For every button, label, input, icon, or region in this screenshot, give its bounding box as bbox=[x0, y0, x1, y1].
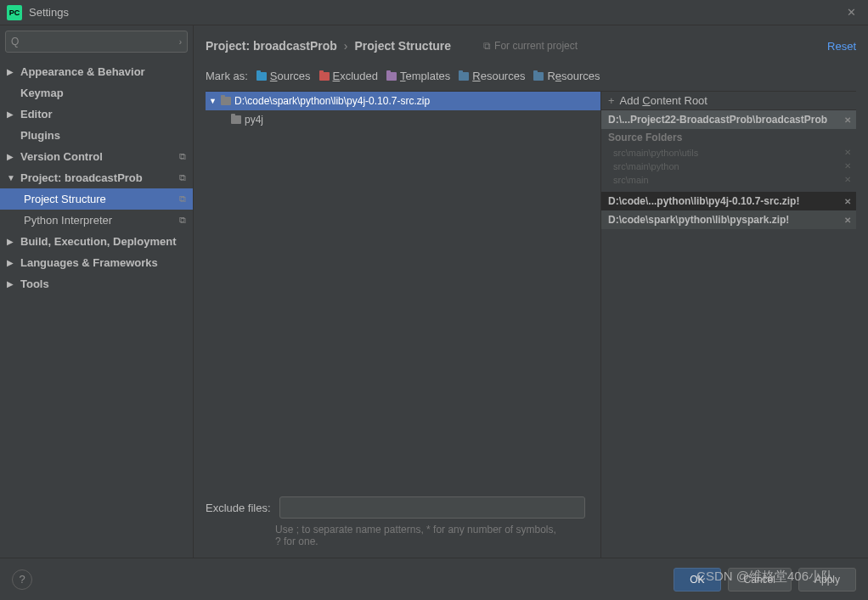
remove-icon[interactable]: ✕ bbox=[844, 216, 851, 225]
tree-root[interactable]: ▼ D:\code\spark\python\lib\py4j-0.10.7-s… bbox=[206, 92, 600, 110]
search-input-wrap[interactable]: Q › bbox=[5, 31, 188, 53]
mark-excluded[interactable]: Excluded bbox=[319, 70, 378, 82]
arrow-down-icon: ▼ bbox=[209, 97, 217, 105]
chevron-right-icon[interactable]: › bbox=[179, 37, 182, 47]
remove-icon[interactable]: ✕ bbox=[844, 148, 851, 157]
breadcrumb: Project: broadcastProb › Project Structu… bbox=[206, 34, 856, 58]
nav-tools[interactable]: ▶Tools bbox=[0, 273, 193, 294]
folder-icon bbox=[256, 72, 267, 81]
close-icon[interactable]: ✕ bbox=[841, 3, 861, 23]
reset-link[interactable]: Reset bbox=[827, 40, 856, 53]
help-button[interactable]: ? bbox=[12, 569, 32, 590]
folder-icon bbox=[533, 72, 544, 81]
nav-plugins[interactable]: Plugins bbox=[0, 125, 193, 146]
mark-as-label: Mark as: bbox=[206, 70, 248, 82]
arrow-icon: ▼ bbox=[7, 173, 17, 182]
scope-icon: ⧉ bbox=[483, 40, 491, 52]
search-input[interactable] bbox=[22, 36, 178, 48]
source-folder-1[interactable]: src\main\python\utils✕ bbox=[601, 146, 856, 160]
exclude-files-row: Exclude files: bbox=[206, 488, 600, 522]
arrow-icon: ▶ bbox=[7, 258, 17, 267]
nav-python-interpreter[interactable]: Python Interpreter⧉ bbox=[0, 210, 193, 231]
body-row: ▼ D:\code\spark\python\lib\py4j-0.10.7-s… bbox=[206, 92, 856, 558]
nav-project[interactable]: ▼Project: broadcastProb⧉ bbox=[0, 167, 193, 188]
tree-root-label: D:\code\spark\python\lib\py4j-0.10.7-src… bbox=[234, 95, 430, 107]
exclude-label: Exclude files: bbox=[206, 502, 271, 514]
breadcrumb-project[interactable]: Project: broadcastProb bbox=[206, 39, 337, 53]
dialog-footer: ? OK Cancel Apply bbox=[0, 558, 868, 600]
nav-editor[interactable]: ▶Editor bbox=[0, 104, 193, 125]
titlebar: PC Settings ✕ bbox=[0, 0, 868, 25]
arrow-icon: ▶ bbox=[7, 237, 17, 246]
main-area: Q › ▶Appearance & Behavior Keymap ▶Edito… bbox=[0, 25, 868, 558]
content-root-3[interactable]: D:\code\spark\python\lib\pyspark.zip! ✕ bbox=[601, 210, 856, 229]
settings-nav-tree: ▶Appearance & Behavior Keymap ▶Editor Pl… bbox=[0, 58, 193, 558]
nav-build[interactable]: ▶Build, Execution, Deployment bbox=[0, 231, 193, 252]
scope-icon: ⧉ bbox=[179, 172, 186, 183]
folder-icon bbox=[231, 115, 241, 124]
tree-child-label: py4j bbox=[245, 114, 263, 126]
breadcrumb-sep: › bbox=[344, 39, 348, 53]
add-content-root[interactable]: + Add Content Root bbox=[601, 92, 856, 110]
window-title: Settings bbox=[29, 6, 841, 19]
content-panel: Project: broadcastProb › Project Structu… bbox=[194, 25, 868, 558]
remove-icon[interactable]: ✕ bbox=[844, 115, 851, 125]
exclude-input[interactable] bbox=[279, 496, 585, 519]
nav-project-structure[interactable]: Project Structure⧉ bbox=[0, 188, 193, 210]
folder-icon bbox=[459, 72, 469, 81]
ok-button[interactable]: OK bbox=[674, 568, 720, 592]
search-icon: Q bbox=[11, 36, 19, 48]
tree-child[interactable]: py4j bbox=[206, 110, 600, 129]
remove-icon[interactable]: ✕ bbox=[844, 175, 851, 184]
arrow-icon: ▶ bbox=[7, 67, 17, 76]
source-folder-3[interactable]: src\main✕ bbox=[601, 173, 856, 187]
arrow-icon: ▶ bbox=[7, 152, 17, 161]
folder-icon bbox=[386, 72, 397, 81]
mark-as-toolbar: Mark as: Sources Excluded Templates Reso… bbox=[206, 61, 856, 92]
app-icon: PC bbox=[7, 5, 22, 20]
scope-label: ⧉For current project bbox=[483, 40, 578, 52]
nav-appearance[interactable]: ▶Appearance & Behavior bbox=[0, 61, 193, 82]
folder-tree-panel: ▼ D:\code\spark\python\lib\py4j-0.10.7-s… bbox=[206, 92, 601, 558]
nav-keymap[interactable]: Keymap bbox=[0, 82, 193, 104]
source-folder-2[interactable]: src\main\python✕ bbox=[601, 160, 856, 173]
remove-icon[interactable]: ✕ bbox=[844, 161, 851, 171]
remove-icon[interactable]: ✕ bbox=[844, 197, 851, 206]
plus-icon: + bbox=[608, 94, 615, 107]
archive-icon bbox=[221, 97, 231, 105]
source-folders-head: Source Folders bbox=[601, 129, 856, 146]
arrow-icon: ▶ bbox=[7, 279, 17, 289]
folder-icon bbox=[319, 72, 330, 81]
arrow-icon: ▶ bbox=[7, 109, 17, 119]
sidebar: Q › ▶Appearance & Behavior Keymap ▶Edito… bbox=[0, 25, 194, 558]
content-root-1[interactable]: D:\...Project22-BroadcastProb\broadcastP… bbox=[601, 110, 856, 129]
breadcrumb-current: Project Structure bbox=[355, 39, 452, 53]
content-roots-panel: + Add Content Root D:\...Project22-Broad… bbox=[601, 92, 856, 558]
nav-version-control[interactable]: ▶Version Control⧉ bbox=[0, 146, 193, 167]
nav-languages[interactable]: ▶Languages & Frameworks bbox=[0, 252, 193, 273]
scope-icon: ⧉ bbox=[179, 215, 186, 226]
scope-icon: ⧉ bbox=[179, 193, 186, 205]
scope-icon: ⧉ bbox=[179, 151, 186, 162]
exclude-hint: Use ; to separate name patterns, * for a… bbox=[206, 522, 562, 558]
mark-sources[interactable]: Sources bbox=[256, 70, 311, 82]
content-root-2[interactable]: D:\code\...python\lib\py4j-0.10.7-src.zi… bbox=[601, 192, 856, 210]
mark-resources[interactable]: Resources bbox=[459, 70, 525, 82]
mark-templates[interactable]: Templates bbox=[386, 70, 450, 82]
mark-resources2[interactable]: Resources bbox=[533, 70, 600, 82]
cancel-button[interactable]: Cancel bbox=[728, 568, 792, 592]
apply-button[interactable]: Apply bbox=[798, 568, 856, 592]
